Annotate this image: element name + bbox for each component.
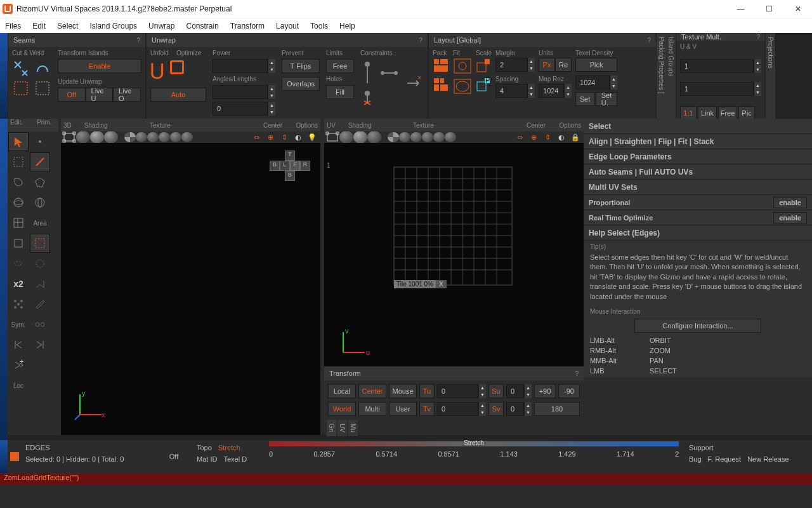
live-u-button[interactable]: Live U (86, 88, 114, 102)
menu-files[interactable]: Files (5, 22, 21, 30)
tab-mu[interactable]: Mu (348, 420, 358, 436)
tex5-icon[interactable] (181, 132, 193, 142)
rp-align[interactable]: Align | Straighten | Flip | Fit | Stack (584, 134, 812, 149)
shade-smooth-icon[interactable] (104, 131, 118, 144)
center-button[interactable]: Center (358, 384, 386, 398)
frame-icon[interactable] (62, 131, 76, 143)
user-button[interactable]: User (389, 402, 417, 416)
tv-button[interactable]: Tv (419, 402, 435, 416)
pack-icon[interactable] (433, 58, 449, 73)
angles-spinner[interactable]: ▲▼ (268, 85, 275, 99)
minimize-button[interactable]: — (726, 0, 755, 18)
rp-select[interactable]: Select (584, 119, 812, 134)
rp-edge-loop[interactable]: Edge Loop Parameters (584, 149, 812, 164)
u-field[interactable]: 1 (680, 59, 754, 73)
rez2-spinner[interactable]: ▲▼ (564, 84, 572, 98)
vp-options-label[interactable]: Options (296, 122, 318, 129)
status-bug[interactable]: Bug (689, 455, 702, 463)
rp-realtime[interactable]: Real Time Optimize (589, 214, 653, 222)
status-newrel[interactable]: New Release (747, 455, 789, 463)
tex-check-icon[interactable] (124, 132, 136, 142)
pin-line-icon[interactable] (379, 60, 398, 86)
center-y-icon[interactable]: ⊕ (263, 131, 277, 144)
auto-button[interactable]: Auto (150, 88, 206, 102)
sphere-tool[interactable] (8, 193, 29, 212)
u-spinner[interactable]: ▲▼ (754, 59, 761, 73)
ring-tool[interactable] (30, 254, 50, 273)
step-fwd-tool[interactable] (30, 335, 50, 354)
free-button[interactable]: Free (326, 59, 354, 73)
live-o-button[interactable]: Live O (113, 88, 141, 102)
uv-center-z-icon[interactable]: ⇕ (540, 131, 554, 144)
rp-multi-uv[interactable]: Multi UV Sets (584, 180, 812, 195)
rp-prop-enable[interactable]: enable (773, 197, 807, 208)
power-field[interactable] (213, 59, 268, 73)
spacing-field[interactable]: 4 (495, 84, 527, 98)
tu-field[interactable]: 0 (437, 384, 478, 398)
configure-button[interactable]: Configure Interaction... (634, 319, 761, 333)
margin-field[interactable]: 2 (495, 58, 527, 72)
local-button[interactable]: Local (328, 384, 356, 398)
enable-button[interactable]: Enable (58, 59, 141, 73)
select-tool[interactable] (8, 132, 29, 151)
p90-button[interactable]: +90 (534, 384, 556, 398)
step-back-tool[interactable] (8, 335, 29, 354)
multi-button[interactable]: Multi (358, 402, 386, 416)
loop-tool[interactable] (8, 254, 29, 273)
rez-field[interactable]: 1024 (575, 76, 610, 90)
light-icon[interactable]: ◐ (291, 131, 305, 144)
help-icon[interactable]: ? (136, 37, 140, 44)
uv-tex2-icon[interactable] (399, 132, 410, 142)
uv-light-icon[interactable]: ◐ (554, 131, 568, 144)
tex4-icon[interactable] (170, 132, 181, 142)
uv-shade1-icon[interactable] (339, 131, 353, 144)
v-field[interactable]: 1 (680, 82, 754, 96)
sym-tool[interactable] (30, 315, 50, 334)
island-prim[interactable] (30, 193, 50, 212)
rp-rt-enable[interactable]: enable (773, 212, 807, 224)
setu-button[interactable]: Set U. (596, 92, 617, 106)
cut-icon[interactable] (12, 59, 30, 77)
re-button[interactable]: Re (555, 58, 572, 72)
tv-field[interactable]: 0 (437, 402, 478, 416)
bulb-icon[interactable]: 💡 (305, 131, 319, 144)
auto-weld-icon[interactable] (34, 79, 51, 97)
marquee-tool[interactable] (30, 234, 50, 253)
nav-cube[interactable]: T BLFR B (270, 150, 310, 181)
status-off[interactable]: Off (169, 453, 178, 460)
flood-fill-tool[interactable] (8, 295, 29, 314)
tex1-icon[interactable] (136, 132, 147, 142)
menu-tools[interactable]: Tools (310, 22, 328, 30)
menu-help[interactable]: Help (339, 22, 355, 30)
maximize-button[interactable]: ☐ (755, 0, 783, 18)
uv-shade3-icon[interactable] (367, 131, 381, 144)
uv-lock-icon[interactable]: 🔒 (568, 131, 582, 144)
px-button[interactable]: Px (539, 58, 555, 72)
spacing-spinner[interactable]: ▲▼ (527, 84, 535, 98)
rect-select-tool[interactable] (8, 152, 29, 171)
world-button[interactable]: World (328, 402, 356, 416)
uv-center-y-icon[interactable]: ⊕ (527, 131, 540, 144)
su-field[interactable]: 0 (506, 384, 524, 398)
shade-wire-icon[interactable] (90, 131, 104, 144)
su-button[interactable]: Su (488, 384, 504, 398)
frame-icon2[interactable] (325, 131, 339, 143)
pic-button[interactable]: Pic (738, 106, 755, 120)
remove-constraint-icon[interactable]: × (405, 74, 424, 93)
angles-field[interactable] (213, 85, 268, 99)
x2-tool[interactable]: x2 (8, 274, 29, 293)
iter-spinner[interactable]: ▲▼ (268, 102, 275, 116)
uv-center-x-icon[interactable]: ⇔ (513, 131, 527, 144)
pack2-icon[interactable] (433, 77, 449, 92)
vertex-prim[interactable] (30, 132, 50, 151)
rp-auto-seams[interactable]: Auto Seams | Full AUTO UVs (584, 164, 812, 180)
rp-proportional[interactable]: Proportional (589, 199, 630, 206)
weld-icon[interactable] (34, 59, 51, 77)
tex2-icon[interactable] (147, 132, 159, 142)
free2-button[interactable]: Free (718, 106, 737, 120)
status-freq[interactable]: F. Request (708, 455, 742, 463)
tile-close[interactable]: X (436, 280, 447, 288)
m90-button[interactable]: -90 (558, 384, 580, 398)
set-button[interactable]: Set (575, 92, 594, 106)
menu-island-groups[interactable]: Island Groups (89, 22, 137, 30)
